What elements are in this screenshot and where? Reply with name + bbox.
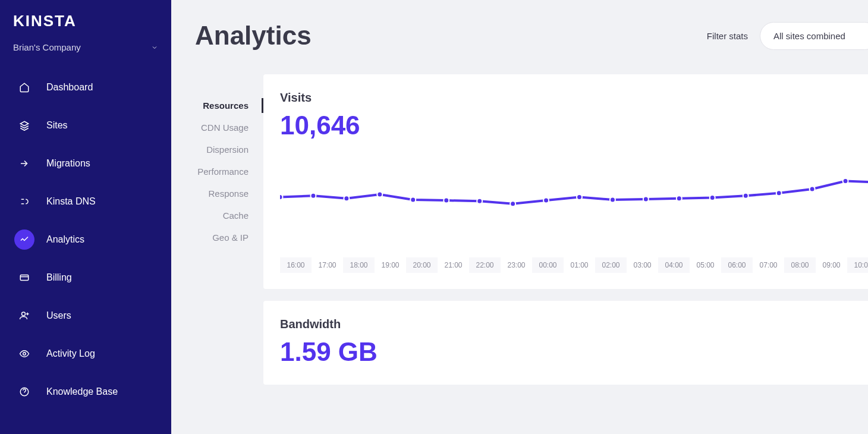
analytics-icon xyxy=(19,234,30,245)
x-tick: 05:00 xyxy=(690,257,721,273)
svg-point-6 xyxy=(344,196,349,201)
cards-column: Visits 10,646 16:0017:0018:0019:0020:002… xyxy=(263,74,868,385)
nav-billing[interactable]: Billing xyxy=(6,260,165,295)
visits-value: 10,646 xyxy=(280,111,868,140)
x-tick: 03:00 xyxy=(627,257,658,273)
visits-x-axis: 16:0017:0018:0019:0020:0021:0022:0023:00… xyxy=(280,253,868,277)
tab-geo[interactable]: Geo & IP xyxy=(195,227,263,249)
svg-point-20 xyxy=(810,187,815,192)
visits-chart: 16:0017:0018:0019:0020:0021:0022:0023:00… xyxy=(280,146,868,277)
chevron-down-icon xyxy=(151,44,158,51)
bandwidth-card: Bandwidth 1.59 GB xyxy=(263,301,868,385)
analytics-body: Resources CDN Usage Dispersion Performan… xyxy=(195,74,868,385)
tab-performance[interactable]: Performance xyxy=(195,161,263,183)
tab-response[interactable]: Response xyxy=(195,183,263,205)
filter-selected: All sites combined xyxy=(773,31,845,41)
x-tick: 00:00 xyxy=(532,257,564,273)
analytics-tabs: Resources CDN Usage Dispersion Performan… xyxy=(195,74,263,385)
nav-label: Kinsta DNS xyxy=(46,196,96,207)
svg-point-10 xyxy=(477,199,482,204)
main-content: Analytics Filter stats All sites combine… xyxy=(171,0,868,434)
filter-controls: Filter stats All sites combined xyxy=(707,22,868,50)
svg-point-16 xyxy=(677,196,682,201)
bandwidth-value: 1.59 GB xyxy=(280,337,868,367)
svg-point-1 xyxy=(22,312,26,316)
nav-sites[interactable]: Sites xyxy=(6,108,165,143)
svg-point-8 xyxy=(410,197,416,203)
dns-icon xyxy=(19,196,30,207)
svg-point-2 xyxy=(23,353,26,356)
site-filter-select[interactable]: All sites combined xyxy=(760,22,868,50)
sidebar: KINSTA Brian's Company Dashboard Sites M… xyxy=(0,0,171,434)
svg-point-11 xyxy=(510,201,515,206)
nav-migrations[interactable]: Migrations xyxy=(6,146,165,181)
x-tick: 22:00 xyxy=(469,257,501,273)
nav-label: Migrations xyxy=(46,158,90,169)
bandwidth-title: Bandwidth xyxy=(280,317,868,331)
nav-users[interactable]: Users xyxy=(6,298,165,333)
svg-point-9 xyxy=(444,198,449,203)
svg-point-13 xyxy=(577,194,582,200)
visits-card: Visits 10,646 16:0017:0018:0019:0020:002… xyxy=(263,74,868,289)
eye-icon xyxy=(19,348,30,359)
nav-label: Billing xyxy=(46,272,72,283)
nav-label: Knowledge Base xyxy=(46,386,118,397)
x-tick: 20:00 xyxy=(406,257,438,273)
card-icon xyxy=(19,272,30,283)
tab-cdn[interactable]: CDN Usage xyxy=(195,117,263,139)
x-tick: 09:00 xyxy=(816,257,847,273)
primary-nav: Dashboard Sites Migrations Kinsta DNS An… xyxy=(0,70,171,409)
x-tick: 02:00 xyxy=(595,257,627,273)
svg-rect-0 xyxy=(20,275,29,281)
nav-activity[interactable]: Activity Log xyxy=(6,336,165,371)
svg-point-4 xyxy=(280,194,282,200)
users-icon xyxy=(19,310,30,321)
x-tick: 21:00 xyxy=(438,257,469,273)
x-tick: 01:00 xyxy=(564,257,595,273)
tab-cache[interactable]: Cache xyxy=(195,205,263,227)
tab-resources[interactable]: Resources xyxy=(195,95,263,117)
nav-dashboard[interactable]: Dashboard xyxy=(6,70,165,105)
x-tick: 10:00 xyxy=(847,257,868,273)
nav-label: Users xyxy=(46,310,71,321)
tab-dispersion[interactable]: Dispersion xyxy=(195,139,263,161)
x-tick: 08:00 xyxy=(784,257,816,273)
svg-point-17 xyxy=(710,195,715,200)
x-tick: 07:00 xyxy=(753,257,784,273)
x-tick: 16:00 xyxy=(280,257,312,273)
nav-label: Analytics xyxy=(46,234,84,245)
nav-analytics[interactable]: Analytics xyxy=(6,222,165,257)
visits-line-chart xyxy=(280,146,868,253)
nav-label: Dashboard xyxy=(46,82,93,93)
x-tick: 06:00 xyxy=(721,257,753,273)
svg-point-19 xyxy=(776,190,782,196)
x-tick: 04:00 xyxy=(658,257,690,273)
svg-point-14 xyxy=(610,197,615,203)
help-icon xyxy=(19,386,30,397)
home-icon xyxy=(19,82,30,93)
nav-label: Sites xyxy=(46,120,68,131)
visits-title: Visits xyxy=(280,91,868,105)
x-tick: 19:00 xyxy=(375,257,406,273)
svg-point-12 xyxy=(543,198,549,203)
migrate-icon xyxy=(19,158,30,169)
layers-icon xyxy=(19,120,30,131)
svg-point-5 xyxy=(310,193,316,199)
nav-label: Activity Log xyxy=(46,348,95,359)
page-header: Analytics Filter stats All sites combine… xyxy=(195,21,868,51)
x-tick: 23:00 xyxy=(501,257,532,273)
svg-point-15 xyxy=(643,196,649,202)
svg-point-21 xyxy=(843,178,848,184)
company-selector[interactable]: Brian's Company xyxy=(0,42,171,70)
company-name: Brian's Company xyxy=(13,42,81,52)
nav-kb[interactable]: Knowledge Base xyxy=(6,375,165,409)
svg-point-18 xyxy=(743,193,749,199)
x-tick: 17:00 xyxy=(312,257,343,273)
filter-label: Filter stats xyxy=(707,31,748,41)
svg-point-7 xyxy=(377,192,382,197)
x-tick: 18:00 xyxy=(343,257,375,273)
nav-dns[interactable]: Kinsta DNS xyxy=(6,184,165,219)
page-title: Analytics xyxy=(195,21,312,51)
brand-logo: KINSTA xyxy=(0,12,171,42)
